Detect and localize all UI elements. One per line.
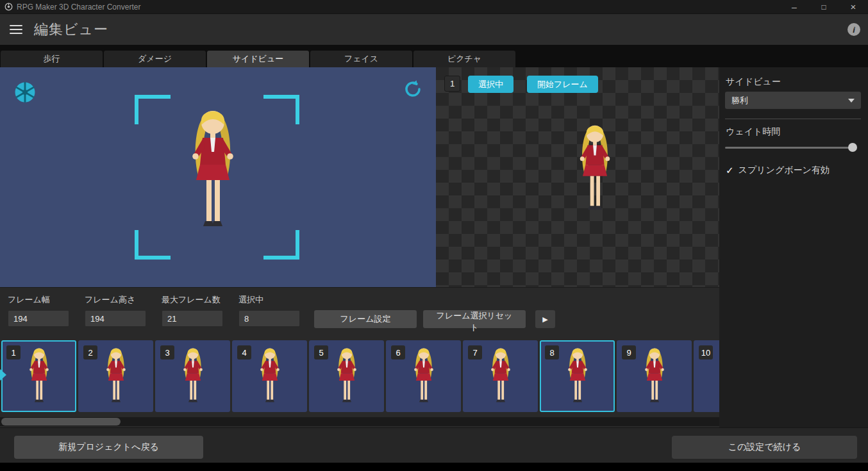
wait-time-slider[interactable] (725, 143, 855, 152)
filmstrip-frame-5[interactable]: 5 (309, 340, 384, 412)
crop-corner-top-right[interactable] (263, 95, 299, 124)
crop-corner-bottom-right[interactable] (263, 230, 299, 260)
filmstrip-frame-4[interactable]: 4 (232, 340, 307, 412)
window-title: RPG Maker 3D Character Converter (17, 3, 780, 12)
preview-panel (0, 67, 436, 287)
wait-time-label: ウェイト時間 (726, 126, 780, 138)
character-sprite (560, 345, 596, 407)
start-frame-button[interactable]: 開始フレーム (527, 76, 598, 93)
filmstrip-frame-10[interactable]: 10 (694, 340, 719, 412)
character-sprite (252, 345, 288, 407)
back-to-project-button[interactable]: 新規プロジェクトへ戻る (14, 436, 203, 459)
maximize-button[interactable]: □ (809, 0, 839, 13)
checkmark-icon: ✓ (726, 165, 734, 176)
slider-knob[interactable] (848, 143, 857, 152)
selected-frame-field: 選択中 (238, 294, 309, 327)
frame-number-badge: 7 (468, 345, 482, 359)
frame-number-badge: 9 (622, 345, 636, 359)
divider (725, 119, 861, 119)
slider-track[interactable] (725, 147, 855, 149)
bottom-strip (0, 463, 868, 471)
selected-frame-input[interactable] (238, 310, 300, 327)
tab-picture[interactable]: ピクチャ (413, 51, 515, 67)
tab-face[interactable]: フェイス (310, 51, 412, 67)
filmstrip-scrollbar[interactable] (0, 417, 719, 426)
minimize-button[interactable]: – (780, 0, 809, 13)
max-frames-input[interactable] (162, 310, 223, 327)
current-frame-marker-icon (0, 369, 6, 381)
frame-height-field: フレーム高さ (85, 294, 155, 327)
frame-number-badge: 6 (391, 345, 405, 359)
frame-number-badge: 1 (6, 345, 21, 359)
character-sprite (175, 345, 211, 407)
frame-width-input[interactable] (8, 310, 69, 327)
tab-damage[interactable]: ダメージ (104, 51, 206, 67)
info-icon[interactable]: i (847, 23, 860, 36)
filmstrip-frame-3[interactable]: 3 (155, 340, 230, 412)
character-sprite (21, 345, 57, 407)
frame-number-badge: 2 (83, 345, 97, 359)
character-sprite (483, 345, 519, 407)
selected-frame-label: 選択中 (238, 294, 309, 306)
tab-sideview[interactable]: サイドビュー (207, 51, 309, 67)
crop-corner-top-left[interactable] (135, 95, 171, 124)
frame-number-badge: 5 (314, 345, 328, 359)
scrollbar-thumb[interactable] (1, 418, 121, 426)
character-sprite (637, 345, 672, 407)
aperture-icon[interactable] (13, 80, 37, 104)
frame-number-badge: 1 (444, 76, 460, 92)
filmstrip-frame-6[interactable]: 6 (386, 340, 461, 412)
rotate-icon[interactable] (403, 79, 423, 99)
filmstrip-frame-9[interactable]: 9 (617, 340, 692, 412)
app-window: RPG Maker 3D Character Converter – □ × 編… (0, 0, 868, 471)
character-sprite (714, 345, 720, 407)
max-frames-field: 最大フレーム数 (162, 294, 232, 327)
spring-bone-label: スプリングボーン有効 (739, 165, 830, 176)
spring-bone-checkbox[interactable]: ✓ スプリングボーン有効 (726, 165, 830, 176)
close-button[interactable]: × (839, 0, 868, 13)
max-frames-label: 最大フレーム数 (162, 294, 232, 306)
title-bar: RPG Maker 3D Character Converter – □ × (0, 0, 868, 14)
pose-dropdown[interactable]: 勝利 (725, 92, 861, 109)
continue-button[interactable]: この設定で続ける (672, 436, 857, 459)
tab-bar: 歩行 ダメージ サイドビュー フェイス ピクチャ (0, 45, 868, 67)
frame-number-badge: 4 (237, 345, 251, 359)
sidebar-title: サイドビュー (726, 76, 781, 88)
filmstrip-frame-7[interactable]: 7 (463, 340, 538, 412)
frame-width-label: フレーム幅 (8, 294, 78, 306)
tab-walking[interactable]: 歩行 (1, 51, 103, 67)
character-sprite (406, 345, 442, 407)
header: 編集ビュー i (0, 14, 868, 45)
sidebar: サイドビュー 勝利 ウェイト時間 ✓ スプリングボーン有効 (719, 67, 868, 427)
frame-number-badge: 3 (160, 345, 174, 359)
filmstrip: 1 2 3 4 5 6 7 (0, 340, 719, 413)
pose-dropdown-value: 勝利 (731, 95, 748, 106)
page-title: 編集ビュー (34, 20, 108, 39)
frame-panel: フレーム幅 フレーム高さ 最大フレーム数 選択中 フレーム設定 フレーム選択リセ… (0, 287, 719, 427)
character-sprite (329, 345, 365, 407)
chevron-down-icon (848, 99, 855, 103)
character-sprite (98, 345, 134, 407)
crop-corner-bottom-left[interactable] (135, 230, 171, 260)
frame-height-input[interactable] (85, 310, 146, 327)
app-logo-icon (4, 3, 13, 11)
frame-reset-button[interactable]: フレーム選択リセット (423, 310, 526, 328)
frame-settings-button[interactable]: フレーム設定 (314, 310, 417, 328)
footer: 新規プロジェクトへ戻る この設定で続ける (0, 427, 868, 463)
character-sprite-stage (567, 120, 623, 217)
frame-height-label: フレーム高さ (85, 294, 155, 306)
hamburger-menu-icon[interactable] (10, 25, 22, 34)
filmstrip-frame-2[interactable]: 2 (78, 340, 153, 412)
selected-button[interactable]: 選択中 (468, 76, 513, 93)
play-button[interactable]: ▶ (535, 310, 555, 328)
frame-number-badge: 8 (545, 345, 559, 359)
filmstrip-frame-8[interactable]: 8 (540, 340, 615, 412)
frame-number-badge: 10 (699, 345, 713, 359)
character-sprite-preview (174, 103, 251, 236)
spritesheet-stage: 1 選択中 開始フレーム (436, 67, 719, 287)
frame-width-field: フレーム幅 (8, 294, 78, 327)
filmstrip-frame-1[interactable]: 1 (1, 340, 76, 412)
